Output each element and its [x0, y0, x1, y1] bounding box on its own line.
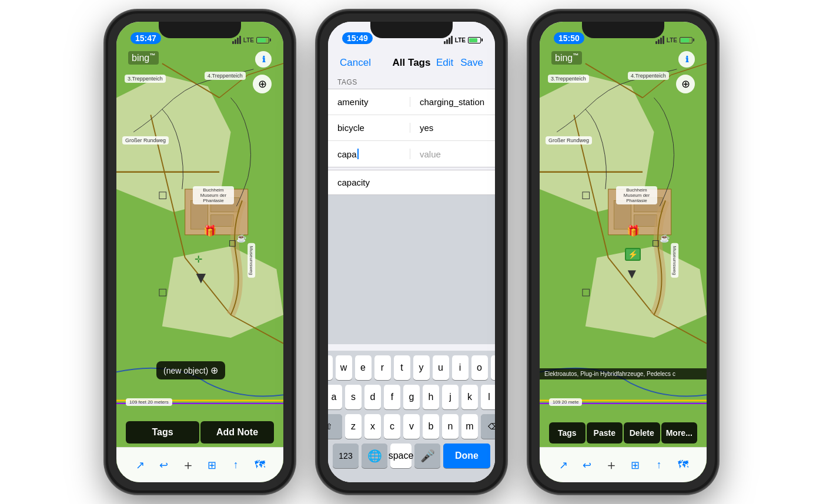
tags-button-1[interactable]: Tags [126, 421, 199, 443]
numbers-key[interactable]: 123 [333, 443, 359, 468]
tag-row-amenity[interactable]: amenity charging_station [328, 89, 495, 115]
key-c[interactable]: c [384, 414, 400, 439]
key-s[interactable]: s [345, 385, 362, 409]
keyboard-bottom-row: 123 🌐 space 🎤 Done [330, 443, 493, 480]
done-key[interactable]: Done [443, 443, 490, 468]
new-object-label-1: (new object) ⊕ [156, 361, 225, 379]
action-buttons-1: Tags Add Note [126, 421, 274, 443]
key-t[interactable]: t [394, 355, 410, 380]
label-museumsweg-1: Museumsweg [247, 243, 255, 278]
cursor-indicator [357, 149, 359, 159]
coffee-marker-1: ☕ [236, 233, 246, 243]
nav-arrow-icon-1[interactable]: ↗ [129, 455, 150, 476]
tag-row-capa[interactable]: capa value [328, 141, 495, 167]
keyboard-row-1: q w e r t y u i o p [330, 355, 493, 380]
info-button-1[interactable]: ℹ [255, 51, 272, 68]
shift-key[interactable]: ⇧ [328, 414, 342, 439]
nav-plus-icon-1[interactable]: ＋ [178, 455, 199, 476]
scale-bar-1: 109 feet 20 meters [126, 398, 172, 406]
scale-bar-3: 109 20 mete [549, 398, 582, 406]
nav-map-icon-1[interactable]: 🗺 [249, 455, 270, 476]
nav-layers-icon-3[interactable]: ⊞ [624, 455, 645, 476]
key-m[interactable]: m [461, 414, 478, 439]
autocomplete-suggestion[interactable]: capacity [328, 170, 495, 195]
more-button-3[interactable]: More... [661, 422, 698, 443]
tag-row-bicycle[interactable]: bicycle yes [328, 115, 495, 141]
key-i[interactable]: i [452, 355, 469, 380]
key-b[interactable]: b [423, 414, 439, 439]
key-n[interactable]: n [442, 414, 459, 439]
lte-label-1: LTE [243, 37, 254, 43]
key-v[interactable]: v [403, 414, 420, 439]
nav-map-icon-3[interactable]: 🗺 [673, 455, 694, 476]
charging-marker-3[interactable]: ⚡ [625, 248, 641, 261]
nav-undo-icon-1[interactable]: ↩ [153, 455, 175, 476]
bing-trademark: ™ [149, 52, 155, 59]
nav-upload-icon-1[interactable]: ↑ [225, 455, 246, 476]
label-treppenteich3-3: 3.Treppenteich [548, 75, 589, 83]
key-r[interactable]: r [374, 355, 391, 380]
key-x[interactable]: x [364, 414, 381, 439]
label-treppenteich3-1: 3.Treppenteich [125, 75, 166, 83]
cancel-button[interactable]: Cancel [340, 57, 371, 69]
keyboard-row-2: a s d f g h j k l [330, 385, 493, 409]
delete-key[interactable]: ⌫ [481, 414, 495, 439]
all-tags-title: All Tags [393, 57, 431, 69]
key-a[interactable]: a [328, 385, 342, 409]
scale-text-3: 109 20 mete [553, 399, 578, 405]
signal-battery-1: LTE [232, 36, 269, 44]
save-button[interactable]: Save [460, 57, 483, 69]
key-w[interactable]: w [336, 355, 352, 380]
tags-header: Cancel All Tags Edit Save [328, 48, 495, 73]
add-note-button-1[interactable]: Add Note [200, 421, 274, 443]
map-background-1[interactable]: bing™ ℹ ⊕ 3.Treppenteich 4.Treppenteich … [116, 22, 283, 482]
key-y[interactable]: y [413, 355, 430, 380]
action-buttons-3: Tags Paste Delete More... [549, 422, 697, 443]
key-p[interactable]: p [491, 355, 496, 380]
key-z[interactable]: z [345, 414, 362, 439]
bing-trademark-3: ™ [573, 52, 578, 59]
label-museumsweg-3: Museumsweg [671, 243, 678, 278]
bing-logo-1: bing™ [128, 51, 159, 65]
key-j[interactable]: j [442, 385, 459, 409]
paste-button-3[interactable]: Paste [587, 422, 623, 443]
nav-plus-icon-3[interactable]: ＋ [601, 455, 622, 476]
map-background-3[interactable]: bing™ ℹ ⊕ 3.Treppenteich 4.Treppenteich … [540, 22, 707, 482]
key-f[interactable]: f [384, 385, 400, 409]
key-g[interactable]: g [403, 385, 420, 409]
key-d[interactable]: d [364, 385, 381, 409]
space-key[interactable]: space [390, 443, 412, 468]
delete-button-3[interactable]: Delete [624, 422, 660, 443]
tag-key-bicycle: bicycle [328, 123, 410, 133]
compass-3[interactable]: ⊕ [676, 75, 695, 93]
key-o[interactable]: o [471, 355, 488, 380]
info-button-3[interactable]: ℹ [678, 51, 695, 68]
key-l[interactable]: l [481, 385, 495, 409]
scale-text-1: 109 feet 20 meters [129, 399, 169, 405]
time-1: 15:47 [131, 32, 161, 44]
globe-key[interactable]: 🌐 [362, 443, 387, 468]
keyboard[interactable]: q w e r t y u i o p a [328, 351, 495, 482]
header-right-buttons: Edit Save [436, 57, 483, 69]
new-object-text: (new object) [163, 366, 208, 375]
gift-marker-1: 🎁 [203, 224, 216, 237]
nav-undo-icon-3[interactable]: ↩ [577, 455, 598, 476]
tags-button-3[interactable]: Tags [549, 422, 586, 443]
nav-layers-icon-1[interactable]: ⊞ [201, 455, 222, 476]
tag-key-amenity: amenity [328, 97, 410, 107]
key-q[interactable]: q [328, 355, 333, 380]
phone-1: bing™ ℹ ⊕ 3.Treppenteich 4.Treppenteich … [106, 11, 294, 493]
compass-1[interactable]: ⊕ [253, 75, 272, 93]
nav-upload-icon-3[interactable]: ↑ [648, 455, 670, 476]
key-k[interactable]: k [461, 385, 478, 409]
label-rundweg-3: Großer Rundweg [546, 136, 592, 145]
label-buchheim-1: Buchheim Museum der Phantasie [193, 186, 234, 204]
signal-battery-2: LTE [444, 36, 481, 44]
edit-button[interactable]: Edit [436, 57, 453, 69]
mic-key[interactable]: 🎤 [414, 443, 440, 468]
notch-1 [159, 22, 241, 38]
key-e[interactable]: e [355, 355, 372, 380]
nav-arrow-icon-3[interactable]: ↗ [553, 455, 574, 476]
key-h[interactable]: h [423, 385, 439, 409]
key-u[interactable]: u [433, 355, 449, 380]
